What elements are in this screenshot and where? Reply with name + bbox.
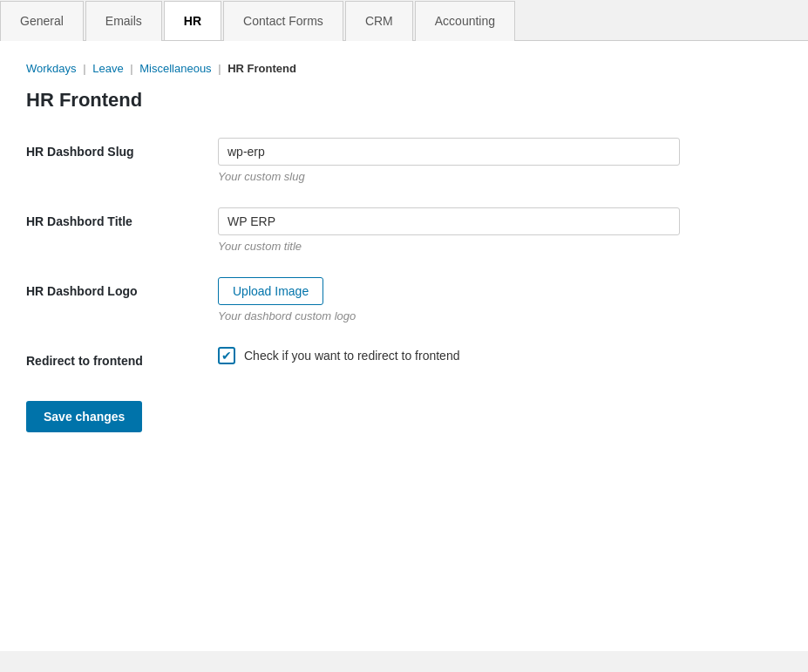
separator-1: | [83,62,89,75]
breadcrumb: Workdays | Leave | Miscellaneous | HR Fr… [26,62,782,75]
tab-hr[interactable]: HR [164,1,221,41]
checkbox-wrapper: ✔ Check if you want to redirect to front… [218,347,782,364]
checkmark-icon: ✔ [221,350,232,362]
redirect-label: Redirect to frontend [26,347,218,368]
redirect-field: ✔ Check if you want to redirect to front… [218,347,782,364]
redirect-checkbox[interactable]: ✔ [218,347,235,364]
logo-hint: Your dashbord custom logo [218,309,782,322]
logo-label: HR Dashbord Logo [26,277,218,298]
slug-hint: Your custom slug [218,170,782,183]
tab-accounting[interactable]: Accounting [415,1,515,41]
title-hint: Your custom title [218,240,782,253]
logo-field: Upload Image Your dashbord custom logo [218,277,782,322]
page-title: HR Frontend [26,89,782,112]
save-changes-button[interactable]: Save changes [26,401,142,432]
slug-row: HR Dashbord Slug Your custom slug [26,138,782,183]
breadcrumb-miscellaneous[interactable]: Miscellaneous [139,62,211,75]
slug-input[interactable] [218,138,680,166]
title-input[interactable] [218,207,680,235]
slug-label: HR Dashbord Slug [26,138,218,159]
title-label: HR Dashbord Title [26,207,218,228]
slug-field: Your custom slug [218,138,782,183]
title-field: Your custom title [218,207,782,253]
tab-crm[interactable]: CRM [345,1,413,41]
separator-2: | [130,62,136,75]
title-row: HR Dashbord Title Your custom title [26,207,782,253]
content-area: Workdays | Leave | Miscellaneous | HR Fr… [0,41,808,651]
redirect-checkbox-label: Check if you want to redirect to fronten… [244,349,459,363]
logo-row: HR Dashbord Logo Upload Image Your dashb… [26,277,782,322]
breadcrumb-workdays[interactable]: Workdays [26,62,77,75]
tab-general[interactable]: General [0,1,84,41]
breadcrumb-leave[interactable]: Leave [92,62,123,75]
tabs-bar: General Emails HR Contact Forms CRM Acco… [0,0,808,41]
tab-emails[interactable]: Emails [85,1,162,41]
tab-contact-forms[interactable]: Contact Forms [223,1,343,41]
breadcrumb-current: HR Frontend [227,62,296,75]
separator-3: | [218,62,224,75]
redirect-row: Redirect to frontend ✔ Check if you want… [26,347,782,368]
upload-image-button[interactable]: Upload Image [218,277,323,305]
